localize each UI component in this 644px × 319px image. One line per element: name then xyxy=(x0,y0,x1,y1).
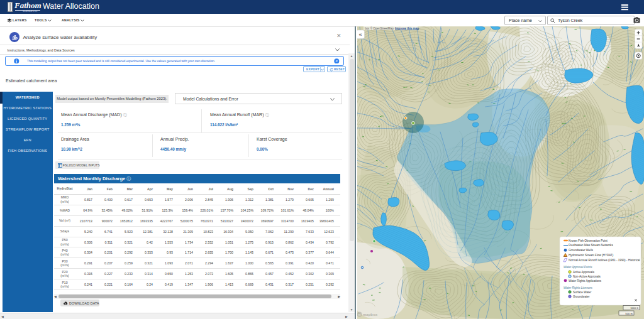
svg-text:Normal Annual Runoff Isolines: Normal Annual Runoff Isolines (1961 - 19… xyxy=(569,259,640,262)
svg-text:Water Rights Applications: Water Rights Applications xyxy=(569,279,602,283)
svg-text:Surface Water: Surface Water xyxy=(573,291,592,294)
svg-text:Groundwater: Groundwater xyxy=(573,295,590,298)
svg-text:m: m xyxy=(358,313,360,316)
svg-text:Non-Active Approvals: Non-Active Approvals xyxy=(573,275,601,278)
svg-text:mapbox: mapbox xyxy=(363,313,378,316)
svg-text:box © OpenStreetMap: box © OpenStreetMap xyxy=(365,26,394,30)
svg-text:Improve this map: Improve this map xyxy=(395,27,419,30)
svg-text:Groundwater Wells: Groundwater Wells xyxy=(569,249,594,252)
svg-text:Freshwater Atlas Stream Networ: Freshwater Atlas Stream Networks xyxy=(569,244,613,247)
svg-text:Known Fish Observation Point: Known Fish Observation Point xyxy=(569,239,608,242)
svg-text:«: « xyxy=(358,31,362,38)
svg-text:Active Approvals: Active Approvals xyxy=(573,271,595,274)
svg-text:Hydrometric Stream Flow (HYDAT: Hydrometric Stream Flow (HYDAT) xyxy=(569,254,614,257)
svg-text:Water Rights Licences: Water Rights Licences xyxy=(564,286,593,289)
svg-text:Water Approval Points: Water Approval Points xyxy=(564,266,592,269)
svg-text:1000 ft: 1000 ft xyxy=(630,306,639,310)
svg-text:500 m: 500 m xyxy=(625,312,633,315)
